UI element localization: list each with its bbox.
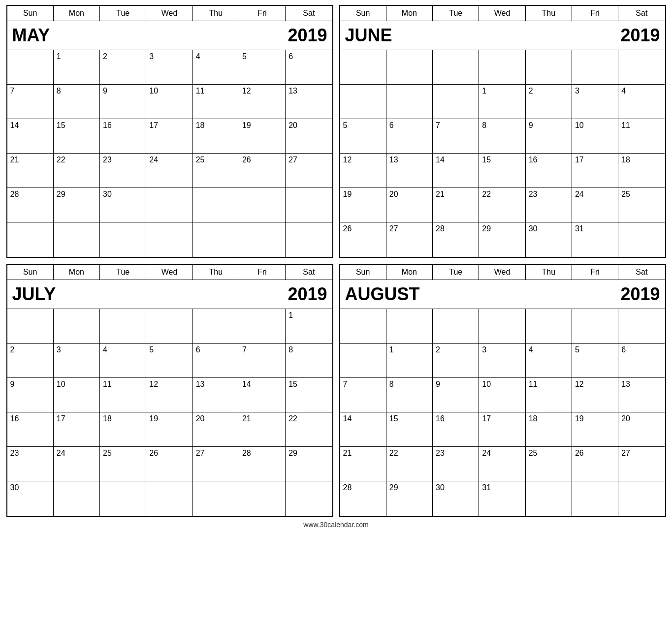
cal-cell xyxy=(340,309,386,344)
cal-cell: 20 xyxy=(193,412,239,447)
cal-cell: 30 xyxy=(433,481,479,516)
day-name-tue: Tue xyxy=(433,265,479,280)
cal-cell: 1 xyxy=(479,85,525,119)
cal-cell: 25 xyxy=(526,447,572,481)
cal-cell: 9 xyxy=(526,119,572,154)
day-name-thu: Thu xyxy=(193,6,239,21)
cal-cell: 9 xyxy=(7,378,54,412)
cal-cell: 27 xyxy=(286,154,332,188)
cal-cell xyxy=(193,188,239,222)
cal-cell: 23 xyxy=(100,154,146,188)
cal-cell: 30 xyxy=(100,188,146,222)
cal-cell xyxy=(239,481,286,516)
cal-cell xyxy=(618,50,665,85)
cal-cell xyxy=(340,344,386,378)
year-label: 2019 xyxy=(288,284,327,305)
cal-cell: 17 xyxy=(572,154,618,188)
cal-cell: 29 xyxy=(386,481,433,516)
cal-cell: 26 xyxy=(572,447,618,481)
cal-cell: 4 xyxy=(100,344,146,378)
day-name-sat: Sat xyxy=(286,265,332,280)
cal-cell xyxy=(146,309,192,344)
day-name-tue: Tue xyxy=(433,6,479,21)
cal-cell: 16 xyxy=(7,412,54,447)
cal-cell xyxy=(572,481,618,516)
cal-cell: 24 xyxy=(572,188,618,222)
cal-cell: 6 xyxy=(386,119,433,154)
day-name-wed: Wed xyxy=(146,6,192,21)
cal-cell: 28 xyxy=(340,481,386,516)
day-name-wed: Wed xyxy=(479,265,525,280)
cal-cell: 27 xyxy=(193,447,239,481)
cal-cell: 19 xyxy=(340,188,386,222)
cal-cell: 22 xyxy=(479,188,525,222)
cal-cell: 14 xyxy=(433,154,479,188)
cal-cell: 3 xyxy=(54,344,100,378)
cal-cell: 19 xyxy=(146,412,192,447)
day-name-wed: Wed xyxy=(146,265,192,280)
cal-cell: 5 xyxy=(340,119,386,154)
cal-cell: 31 xyxy=(479,481,525,516)
cal-cell: 12 xyxy=(340,154,386,188)
day-name-fri: Fri xyxy=(572,265,618,280)
cal-cell: 8 xyxy=(54,85,100,119)
cal-cell xyxy=(386,85,433,119)
cal-cell xyxy=(386,309,433,344)
day-name-mon: Mon xyxy=(386,6,433,21)
cal-cell: 17 xyxy=(146,119,192,154)
cal-cell: 27 xyxy=(386,222,433,257)
cal-cell: 29 xyxy=(286,447,332,481)
day-name-mon: Mon xyxy=(54,265,100,280)
cal-cell xyxy=(286,188,332,222)
cal-cell: 7 xyxy=(239,344,286,378)
cal-cell: 6 xyxy=(618,344,665,378)
cal-cell xyxy=(100,222,146,257)
year-label: 2019 xyxy=(620,284,660,305)
cal-cell: 1 xyxy=(386,344,433,378)
cal-cell: 18 xyxy=(100,412,146,447)
cal-cell: 28 xyxy=(7,188,54,222)
cal-cell: 10 xyxy=(572,119,618,154)
cal-cell: 7 xyxy=(433,119,479,154)
cal-cell: 10 xyxy=(54,378,100,412)
day-name-fri: Fri xyxy=(239,6,286,21)
cal-cell xyxy=(526,309,572,344)
day-name-tue: Tue xyxy=(100,6,146,21)
cal-cell: 14 xyxy=(239,378,286,412)
cal-grid: 1234567891011121314151617181920212223242… xyxy=(7,50,332,257)
calendar-august-2019: SunMonTueWedThuFriSatAUGUST2019123456789… xyxy=(339,264,666,517)
cal-cell xyxy=(526,50,572,85)
cal-cell xyxy=(54,309,100,344)
cal-cell: 2 xyxy=(433,344,479,378)
day-name-wed: Wed xyxy=(479,6,525,21)
cal-cell: 14 xyxy=(340,412,386,447)
cal-cell xyxy=(572,309,618,344)
cal-cell: 2 xyxy=(100,50,146,85)
cal-cell: 3 xyxy=(479,344,525,378)
cal-cell: 18 xyxy=(526,412,572,447)
cal-cell: 13 xyxy=(386,154,433,188)
cal-cell xyxy=(100,481,146,516)
cal-cell: 23 xyxy=(7,447,54,481)
cal-cell xyxy=(193,309,239,344)
year-label: 2019 xyxy=(620,25,660,46)
cal-cell: 18 xyxy=(618,154,665,188)
month-year-row: MAY2019 xyxy=(7,21,332,50)
cal-cell: 23 xyxy=(526,188,572,222)
day-name-sun: Sun xyxy=(7,265,54,280)
cal-cell: 10 xyxy=(146,85,192,119)
cal-cell: 15 xyxy=(386,412,433,447)
cal-cell xyxy=(146,481,192,516)
cal-cell: 20 xyxy=(386,188,433,222)
day-name-sun: Sun xyxy=(340,6,386,21)
cal-cell: 12 xyxy=(239,85,286,119)
cal-cell: 24 xyxy=(54,447,100,481)
cal-cell xyxy=(193,222,239,257)
year-label: 2019 xyxy=(288,25,327,46)
cal-cell xyxy=(100,309,146,344)
cal-cell: 3 xyxy=(572,85,618,119)
cal-cell: 1 xyxy=(286,309,332,344)
day-name-sat: Sat xyxy=(286,6,332,21)
cal-cell: 11 xyxy=(526,378,572,412)
cal-cell: 21 xyxy=(239,412,286,447)
